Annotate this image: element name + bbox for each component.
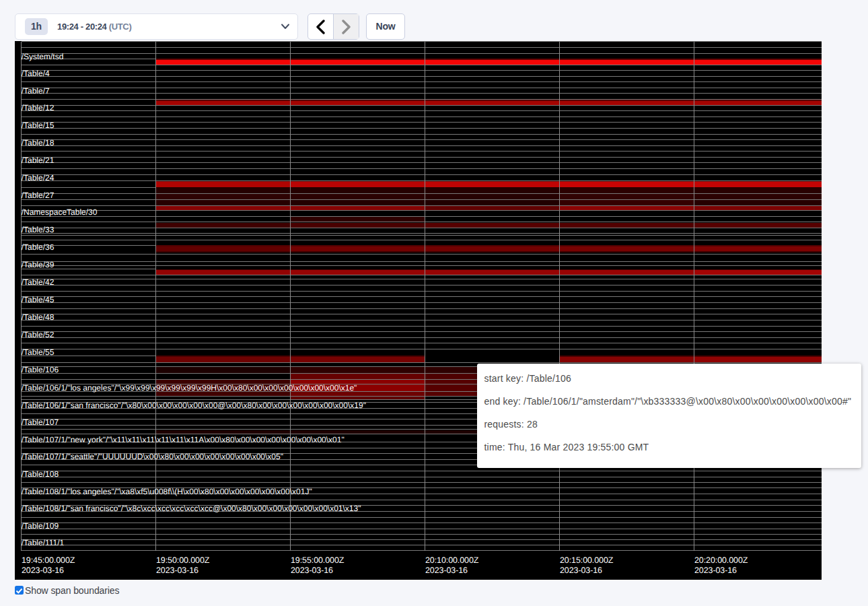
svg-text:/Table/108/1/"san francisco"/": /Table/108/1/"san francisco"/"\x8c\xcc\x… <box>22 504 361 513</box>
svg-text:/Table/107/1/"seattle"/"UUUUUU: /Table/107/1/"seattle"/"UUUUUUD\x00\x80\… <box>22 452 283 461</box>
svg-text:/Table/106: /Table/106 <box>22 365 59 374</box>
svg-text:/Table/109: /Table/109 <box>22 521 59 531</box>
svg-text:/Table/106/1/"los angeles"/"\x: /Table/106/1/"los angeles"/"\x99\x99\x99… <box>22 383 357 393</box>
svg-text:20:20:00.000Z: 20:20:00.000Z <box>694 556 748 565</box>
svg-text:/Table/52: /Table/52 <box>22 330 55 339</box>
svg-text:2023-03-16: 2023-03-16 <box>560 566 602 575</box>
svg-text:/Table/39: /Table/39 <box>22 260 55 269</box>
svg-text:/Table/36: /Table/36 <box>22 242 55 252</box>
svg-text:/System/tsd: /System/tsd <box>22 52 64 61</box>
svg-text:2023-03-16: 2023-03-16 <box>156 566 198 575</box>
svg-text:/Table/107/1/"new york"/"\x11\: /Table/107/1/"new york"/"\x11\x11\x11\x1… <box>22 435 345 444</box>
svg-text:/Table/108/1/"los angeles"/"\x: /Table/108/1/"los angeles"/"\xa8\xf5\u00… <box>22 487 312 496</box>
svg-text:2023-03-16: 2023-03-16 <box>291 566 333 575</box>
svg-text:20:10:00.000Z: 20:10:00.000Z <box>425 556 479 565</box>
svg-text:/Table/7: /Table/7 <box>22 86 50 96</box>
svg-text:/Table/4: /Table/4 <box>22 69 50 78</box>
svg-text:/Table/24: /Table/24 <box>22 173 55 182</box>
svg-text:/Table/42: /Table/42 <box>22 277 55 287</box>
svg-text:2023-03-16: 2023-03-16 <box>694 566 737 575</box>
svg-text:19:55:00.000Z: 19:55:00.000Z <box>291 556 345 565</box>
svg-text:/Table/106/1/"san francisco"/": /Table/106/1/"san francisco"/"\x80\x00\x… <box>22 401 366 410</box>
svg-text:/Table/21: /Table/21 <box>22 156 55 165</box>
svg-text:19:45:00.000Z: 19:45:00.000Z <box>22 556 75 565</box>
svg-text:/Table/45: /Table/45 <box>22 295 55 304</box>
svg-text:/Table/111/1: /Table/111/1 <box>22 538 65 547</box>
svg-text:/Table/108: /Table/108 <box>22 469 59 479</box>
svg-text:/Table/18: /Table/18 <box>22 138 55 147</box>
svg-text:/Table/55: /Table/55 <box>22 347 55 357</box>
svg-text:/Table/15: /Table/15 <box>22 121 55 130</box>
svg-text:2023-03-16: 2023-03-16 <box>425 566 468 575</box>
svg-text:19:50:00.000Z: 19:50:00.000Z <box>156 556 210 565</box>
svg-text:20:15:00.000Z: 20:15:00.000Z <box>560 556 614 565</box>
svg-text:/Table/48: /Table/48 <box>22 312 55 322</box>
svg-text:/NamespaceTable/30: /NamespaceTable/30 <box>22 207 98 217</box>
svg-text:/Table/12: /Table/12 <box>22 103 55 112</box>
svg-text:/Table/27: /Table/27 <box>22 191 55 200</box>
svg-text:/Table/107: /Table/107 <box>22 417 59 427</box>
svg-text:2023-03-16: 2023-03-16 <box>22 566 64 575</box>
svg-text:/Table/33: /Table/33 <box>22 225 55 234</box>
